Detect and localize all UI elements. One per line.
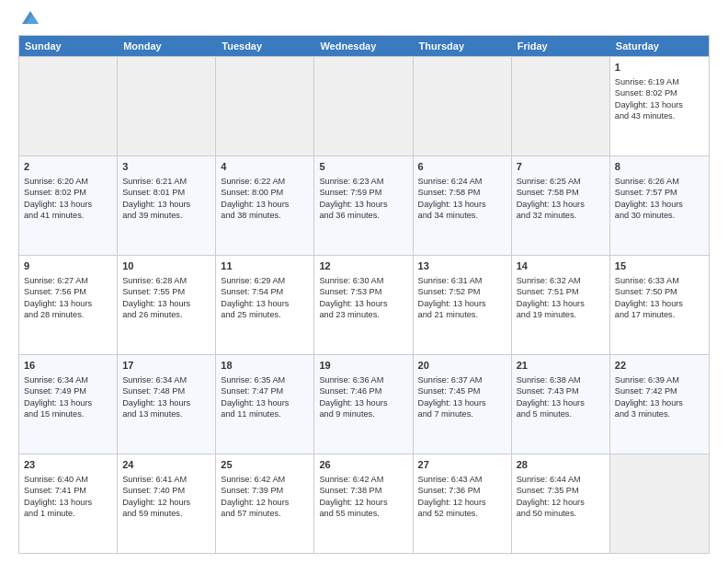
day-info-line: Sunset: 7:42 PM (615, 385, 704, 396)
day-info-line: Sunrise: 6:43 AM (418, 474, 506, 485)
day-info-line: Sunrise: 6:21 AM (122, 176, 210, 187)
day-info-line: and 32 minutes. (517, 210, 605, 221)
day-info-line: and 34 minutes. (418, 210, 506, 221)
day-info-line: and 26 minutes. (122, 309, 210, 320)
day-info-line: and 9 minutes. (319, 408, 407, 419)
day-info-line: Daylight: 13 hours (221, 298, 309, 309)
day-cell-22: 22Sunrise: 6:39 AMSunset: 7:42 PMDayligh… (610, 355, 709, 454)
day-cell-4: 4Sunrise: 6:22 AMSunset: 8:00 PMDaylight… (216, 156, 314, 255)
day-info-line: and 21 minutes. (418, 309, 506, 320)
day-info-line: and 39 minutes. (122, 210, 210, 221)
day-info-line: Sunrise: 6:22 AM (221, 176, 309, 187)
day-info-line: Sunrise: 6:30 AM (319, 275, 407, 286)
day-cell-8: 8Sunrise: 6:26 AMSunset: 7:57 PMDaylight… (610, 156, 709, 255)
day-info-line: and 19 minutes. (517, 309, 605, 320)
day-info-line: Sunrise: 6:26 AM (615, 176, 704, 187)
day-info-line: Daylight: 13 hours (517, 199, 605, 210)
day-cell-12: 12Sunrise: 6:30 AMSunset: 7:53 PMDayligh… (314, 256, 413, 354)
day-info-line: Daylight: 13 hours (418, 397, 506, 408)
day-number: 24 (122, 458, 210, 472)
day-info-line: Sunset: 7:58 PM (418, 187, 506, 198)
day-info-line: Daylight: 13 hours (24, 199, 112, 210)
day-info-line: and 1 minute. (24, 508, 112, 519)
weekday-header-saturday: Saturday (610, 36, 709, 56)
day-number: 21 (517, 359, 605, 373)
day-number: 17 (122, 359, 210, 373)
day-info-line: and 50 minutes. (517, 508, 605, 519)
day-info-line: Daylight: 13 hours (221, 199, 309, 210)
day-info-line: Daylight: 12 hours (319, 497, 407, 508)
day-info-line: Sunset: 7:40 PM (122, 485, 210, 496)
day-info-line: and 30 minutes. (615, 210, 704, 221)
day-info-line: Daylight: 13 hours (122, 199, 210, 210)
day-info-line: Sunset: 7:59 PM (319, 187, 407, 198)
logo (18, 15, 40, 28)
day-cell-23: 23Sunrise: 6:40 AMSunset: 7:41 PMDayligh… (19, 454, 118, 553)
day-info-line: Sunset: 7:51 PM (517, 286, 605, 297)
day-info-line: Sunrise: 6:42 AM (221, 474, 309, 485)
day-number: 23 (24, 458, 112, 472)
calendar-row-1: 2Sunrise: 6:20 AMSunset: 8:02 PMDaylight… (19, 155, 709, 255)
day-info-line: Sunset: 7:55 PM (122, 286, 210, 297)
day-info-line: and 57 minutes. (221, 508, 309, 519)
day-number: 5 (319, 160, 407, 174)
day-info-line: Sunrise: 6:41 AM (122, 474, 210, 485)
day-info-line: Daylight: 13 hours (517, 298, 605, 309)
day-info-line: Daylight: 12 hours (221, 497, 309, 508)
day-number: 12 (319, 259, 407, 273)
weekday-header-sunday: Sunday (19, 36, 118, 56)
day-cell-17: 17Sunrise: 6:34 AMSunset: 7:48 PMDayligh… (118, 355, 216, 454)
day-info-line: Sunrise: 6:36 AM (319, 374, 407, 385)
day-info-line: Sunset: 8:02 PM (615, 87, 704, 98)
day-info-line: Sunrise: 6:38 AM (517, 374, 605, 385)
day-cell-16: 16Sunrise: 6:34 AMSunset: 7:49 PMDayligh… (19, 355, 118, 454)
day-cell-19: 19Sunrise: 6:36 AMSunset: 7:46 PMDayligh… (314, 355, 413, 454)
day-info-line: Sunset: 7:35 PM (517, 485, 605, 496)
day-number: 16 (24, 359, 112, 373)
day-number: 10 (122, 259, 210, 273)
day-info-line: Daylight: 12 hours (517, 497, 605, 508)
day-info-line: Daylight: 13 hours (418, 199, 506, 210)
day-info-line: Sunrise: 6:42 AM (319, 474, 407, 485)
day-number: 27 (418, 458, 506, 472)
day-cell-20: 20Sunrise: 6:37 AMSunset: 7:45 PMDayligh… (414, 355, 512, 454)
calendar-row-2: 9Sunrise: 6:27 AMSunset: 7:56 PMDaylight… (19, 255, 709, 354)
day-cell-21: 21Sunrise: 6:38 AMSunset: 7:43 PMDayligh… (512, 355, 610, 454)
day-info-line: Sunset: 7:58 PM (517, 187, 605, 198)
day-info-line: Sunset: 7:50 PM (615, 286, 704, 297)
day-info-line: Sunset: 7:56 PM (24, 286, 112, 297)
day-info-line: and 7 minutes. (418, 408, 506, 419)
day-cell-28: 28Sunrise: 6:44 AMSunset: 7:35 PMDayligh… (512, 454, 610, 553)
day-info-line: Sunrise: 6:31 AM (418, 275, 506, 286)
day-info-line: Daylight: 13 hours (24, 397, 112, 408)
day-number: 25 (221, 458, 309, 472)
day-cell-14: 14Sunrise: 6:32 AMSunset: 7:51 PMDayligh… (512, 256, 610, 354)
day-cell-2: 2Sunrise: 6:20 AMSunset: 8:02 PMDaylight… (19, 156, 118, 255)
day-info-line: Sunrise: 6:19 AM (615, 76, 704, 87)
day-cell-26: 26Sunrise: 6:42 AMSunset: 7:38 PMDayligh… (314, 454, 413, 553)
day-info-line: Daylight: 13 hours (319, 199, 407, 210)
day-number: 19 (319, 359, 407, 373)
day-info-line: Daylight: 13 hours (122, 298, 210, 309)
day-cell-9: 9Sunrise: 6:27 AMSunset: 7:56 PMDaylight… (19, 256, 118, 354)
day-info-line: and 43 minutes. (615, 110, 704, 121)
day-info-line: Sunrise: 6:20 AM (24, 176, 112, 187)
day-info-line: Sunset: 7:57 PM (615, 187, 704, 198)
day-cell-1: 1Sunrise: 6:19 AMSunset: 8:02 PMDaylight… (610, 57, 709, 155)
day-info-line: and 3 minutes. (615, 408, 704, 419)
day-info-line: and 52 minutes. (418, 508, 506, 519)
day-info-line: Sunrise: 6:35 AM (221, 374, 309, 385)
day-cell-13: 13Sunrise: 6:31 AMSunset: 7:52 PMDayligh… (414, 256, 512, 354)
day-info-line: Daylight: 13 hours (615, 99, 704, 110)
day-cell-5: 5Sunrise: 6:23 AMSunset: 7:59 PMDaylight… (314, 156, 413, 255)
day-info-line: Daylight: 13 hours (319, 298, 407, 309)
day-info-line: Sunrise: 6:23 AM (319, 176, 407, 187)
day-number: 2 (24, 160, 112, 174)
day-info-line: Daylight: 12 hours (418, 497, 506, 508)
empty-cell (118, 57, 216, 155)
empty-cell (414, 57, 512, 155)
day-number: 7 (517, 160, 605, 174)
day-number: 18 (221, 359, 309, 373)
day-number: 13 (418, 259, 506, 273)
day-cell-10: 10Sunrise: 6:28 AMSunset: 7:55 PMDayligh… (118, 256, 216, 354)
